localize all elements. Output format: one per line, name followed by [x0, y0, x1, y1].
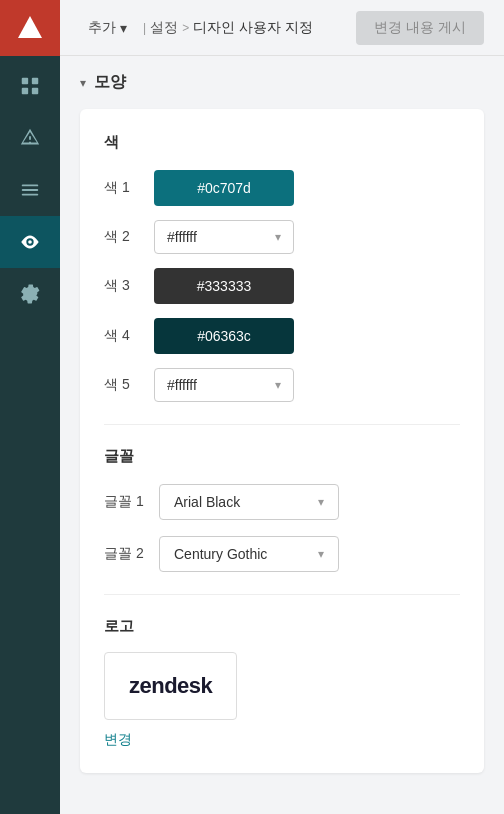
logo-title: 로고: [104, 617, 460, 636]
breadcrumb-arrow: >: [182, 21, 189, 35]
sidebar-item-eye[interactable]: [0, 216, 60, 268]
color-row-5: 색 5 #ffffff ▾: [104, 368, 460, 402]
sidebar-item-alert[interactable]: [0, 112, 60, 164]
chevron-down-icon: ▾: [275, 378, 281, 392]
design-card: 색 색 1 #0c707d 색 2 #ffffff ▾: [80, 109, 484, 773]
divider-1: [104, 424, 460, 425]
main-content: 추가 ▾ | 설정 > 디자인 사용자 지정 변경 내용 게시 ▾ 모양 색: [60, 0, 504, 814]
svg-rect-5: [22, 185, 39, 187]
font-value-2: Century Gothic: [174, 546, 267, 562]
svg-rect-1: [22, 78, 28, 84]
breadcrumb-settings[interactable]: 설정: [150, 19, 178, 37]
color-label-4: 색 4: [104, 327, 154, 345]
svg-rect-6: [22, 189, 39, 191]
color-swatch-1[interactable]: #0c707d: [154, 170, 294, 206]
svg-rect-7: [22, 194, 39, 196]
eye-icon: [19, 231, 41, 253]
color-row-1: 색 1 #0c707d: [104, 170, 460, 206]
color-row-2: 색 2 #ffffff ▾: [104, 220, 460, 254]
font-row-1: 글꼴 1 Arial Black ▾: [104, 484, 460, 520]
colors-title: 색: [104, 133, 460, 152]
font-dropdown-2[interactable]: Century Gothic ▾: [159, 536, 339, 572]
menu-icon: [19, 179, 41, 201]
color-value-2: #ffffff: [167, 229, 197, 245]
sidebar-item-grid[interactable]: [0, 60, 60, 112]
color-swatch-3[interactable]: #333333: [154, 268, 294, 304]
color-row-4: 색 4 #06363c: [104, 318, 460, 354]
sidebar: [0, 0, 60, 814]
breadcrumb-separator-left: |: [143, 21, 146, 35]
color-value-1: #0c707d: [197, 180, 251, 196]
topbar-left: 추가 ▾ | 설정 > 디자인 사용자 지정: [80, 15, 313, 41]
add-label: 추가: [88, 19, 116, 37]
color-dropdown-5[interactable]: #ffffff ▾: [154, 368, 294, 402]
chevron-down-icon: ▾: [318, 547, 324, 561]
sidebar-item-menu[interactable]: [0, 164, 60, 216]
section-title: 모양: [94, 72, 126, 93]
font-dropdown-1[interactable]: Arial Black ▾: [159, 484, 339, 520]
chevron-down-icon: ▾: [120, 20, 127, 36]
logo-change-link[interactable]: 변경: [104, 731, 132, 747]
color-label-2: 색 2: [104, 228, 154, 246]
svg-marker-0: [18, 16, 42, 38]
add-button[interactable]: 추가 ▾: [80, 15, 135, 41]
settings-icon: [19, 283, 41, 305]
sidebar-item-settings[interactable]: [0, 268, 60, 320]
color-value-4: #06363c: [197, 328, 251, 344]
font-label-1: 글꼴 1: [104, 493, 159, 511]
publish-button[interactable]: 변경 내용 게시: [356, 11, 484, 45]
color-label-3: 색 3: [104, 277, 154, 295]
section-header[interactable]: ▾ 모양: [80, 72, 484, 93]
color-label-5: 색 5: [104, 376, 154, 394]
chevron-down-icon: ▾: [80, 76, 86, 90]
logo-text: zendesk: [129, 673, 212, 698]
logo-section: 로고 zendesk 변경: [104, 617, 460, 749]
alert-icon: [19, 127, 41, 149]
fonts-title: 글꼴: [104, 447, 460, 466]
color-row-3: 색 3 #333333: [104, 268, 460, 304]
logo-preview: zendesk: [104, 652, 237, 720]
divider-2: [104, 594, 460, 595]
chevron-down-icon: ▾: [318, 495, 324, 509]
color-label-1: 색 1: [104, 179, 154, 197]
font-value-1: Arial Black: [174, 494, 240, 510]
grid-icon: [19, 75, 41, 97]
svg-rect-3: [22, 88, 28, 94]
fonts-section: 글꼴 글꼴 1 Arial Black ▾ 글꼴 2 Century Gothi…: [104, 447, 460, 572]
svg-rect-2: [32, 78, 38, 84]
breadcrumb-current: 디자인 사용자 지정: [193, 19, 313, 37]
svg-rect-4: [32, 88, 38, 94]
breadcrumb: | 설정 > 디자인 사용자 지정: [143, 19, 313, 37]
color-dropdown-2[interactable]: #ffffff ▾: [154, 220, 294, 254]
sidebar-logo[interactable]: [0, 0, 60, 56]
color-value-5: #ffffff: [167, 377, 197, 393]
topbar: 추가 ▾ | 설정 > 디자인 사용자 지정 변경 내용 게시: [60, 0, 504, 56]
page-body: ▾ 모양 색 색 1 #0c707d 색 2 #ffffff: [60, 56, 504, 814]
color-value-3: #333333: [197, 278, 252, 294]
logo-icon: [16, 14, 44, 42]
font-label-2: 글꼴 2: [104, 545, 159, 563]
colors-section: 색 색 1 #0c707d 색 2 #ffffff ▾: [104, 133, 460, 402]
chevron-down-icon: ▾: [275, 230, 281, 244]
color-swatch-4[interactable]: #06363c: [154, 318, 294, 354]
font-row-2: 글꼴 2 Century Gothic ▾: [104, 536, 460, 572]
